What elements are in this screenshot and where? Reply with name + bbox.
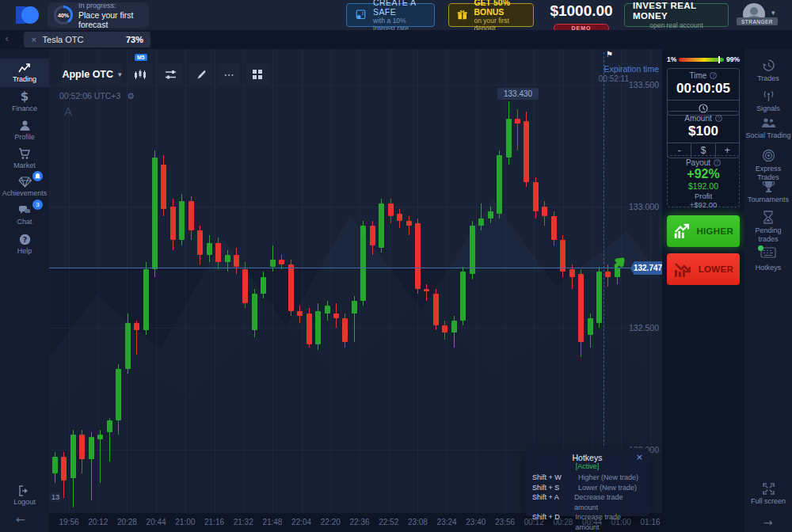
collapse-sidebar-arrow[interactable]: ← [16,513,25,526]
asset-tab-tesla-otc[interactable]: × Tesla OTC 73% [24,32,150,48]
candle [179,201,185,240]
chevron-down-icon: ▾ [118,70,122,78]
gem-icon [18,177,32,188]
layout-grid-button[interactable] [246,63,269,86]
lower-button[interactable]: LOWER [667,253,740,285]
expand-panel-arrow[interactable]: → [763,516,773,529]
candle [352,301,357,313]
time-value[interactable]: 00:00:05 [668,80,739,100]
sidebar-item-achievements[interactable]: Achievements [0,173,49,201]
candle [342,318,348,343]
time-axis-label: 21:32 [234,518,253,526]
low-price-label-clipped: 13 [50,492,61,502]
gear-icon[interactable]: ⚙ [127,91,134,101]
time-axis-label: 22:20 [321,518,341,526]
candle [497,155,502,214]
candle [134,323,139,330]
expiration-time-line [604,52,604,513]
account-balance[interactable]: $1000.00 DEMO [545,2,618,33]
candle [578,274,584,342]
candle [297,311,303,316]
bonus-button[interactable]: GET 50% BONUS on your first deposit [448,3,534,27]
sliders-icon [165,70,177,80]
candlestick-icon [134,69,147,80]
info-icon[interactable]: ? [710,72,717,79]
sidebar-item-express-trades[interactable]: Express Trades [744,149,792,181]
info-icon[interactable]: ? [714,159,721,166]
candle-wick [517,109,518,150]
fullscreen-button[interactable]: Full screen [744,483,792,506]
candle [605,272,611,276]
sidebar-item-logout[interactable]: Logout [0,481,49,510]
candle [442,325,447,332]
trading-app: 40% In progress: Place your first foreca… [0,0,792,532]
candle [279,260,284,264]
candle [524,121,529,182]
invest-real-money-button[interactable]: INVEST REAL MONEY open real account [624,3,729,27]
sidebar-item-profile[interactable]: Profile [0,116,49,144]
hotkeys-popup: × Hotkeys [Active] Shift + WHigher (New … [525,448,649,516]
tab-close-icon[interactable]: × [31,36,37,44]
payout-label: Payout [686,158,710,167]
candle [125,323,131,369]
higher-button[interactable]: HIGHER [667,215,740,247]
amount-field[interactable]: Amount? $100 - $ + [667,111,740,158]
time-axis-label: 20:12 [88,518,108,526]
candle [379,203,384,247]
candle [307,314,312,345]
candle [97,435,103,439]
onboarding-progress-widget[interactable]: 40% In progress: Place your first foreca… [48,2,149,28]
candle [424,289,429,291]
hotkeys-active-dot [758,245,763,251]
dollar-icon: $ [19,90,30,103]
candle [515,119,520,124]
time-field[interactable]: Time? 00:00:05 [667,68,740,116]
tabs-back-chevron[interactable]: ‹ [5,32,9,44]
sidebar-item-social-trading[interactable]: Social Trading [744,117,792,140]
sidebar-item-trading[interactable]: Trading [0,59,49,87]
expiration-time-label: Expiration time [604,64,659,74]
sidebar-item-trades[interactable]: Trades [744,59,792,83]
brand-logo-icon[interactable] [14,5,40,25]
indicators-button[interactable] [158,63,182,86]
chart-type-button[interactable] [128,63,152,86]
sidebar-item-tournaments[interactable]: Tournaments [744,180,792,204]
high-price-marker: 133.430 [497,88,539,100]
svg-text:$: $ [21,90,29,103]
amount-value[interactable]: $100 [668,123,739,142]
create-safe-button[interactable]: CREATE A SAFE with a 10% interest rate [346,3,435,27]
safe-button-title: CREATE A SAFE [373,0,426,17]
price-gridline [49,328,662,329]
candle [152,158,158,269]
payout-amount: $192.00 [668,181,739,192]
user-menu[interactable]: STRANGER ▾ [737,2,781,28]
sidebar-item-market[interactable]: Market [0,144,49,173]
trade-panel: 1% 99% Time? 00:00:05 Amount? $100 - $ +… [662,49,744,532]
time-axis-label: 19:56 [59,518,78,526]
hotkeys-status: [Active] [532,462,642,470]
sidebar-item-chat[interactable]: 3 Chat [0,201,49,230]
sentiment-gradient [679,58,724,62]
sidebar-item-pending-trades[interactable]: Pending trades [744,211,792,243]
payout-percent: +92% [668,167,739,181]
time-axis-label: 20:28 [117,518,137,526]
sidebar-item-finance[interactable]: $ Finance [0,87,49,116]
candle [551,216,557,241]
symbol-select-button[interactable]: Apple OTC ▾ [61,63,123,86]
sidebar-item-hotkeys[interactable]: Hotkeys [744,247,792,272]
time-axis-label: 23:08 [408,518,428,526]
candle [61,457,67,481]
close-icon[interactable]: × [636,452,643,462]
more-tools-button[interactable]: ⋯ [219,63,239,86]
chart-area[interactable]: 133.500133.000132.500132.000 ⚑ Expiratio… [49,49,662,513]
candle [242,269,248,303]
candle [225,255,230,262]
drawing-tools-button[interactable] [188,63,212,86]
time-axis-label: 01:16 [640,518,660,526]
sentiment-tick [718,56,720,63]
candle [270,260,276,267]
sidebar-item-help[interactable]: ? Help [0,230,49,258]
sidebar-item-signals[interactable]: Signals [744,89,792,113]
price-axis-label: 133.000 [611,202,659,211]
info-icon[interactable]: ? [715,115,722,122]
